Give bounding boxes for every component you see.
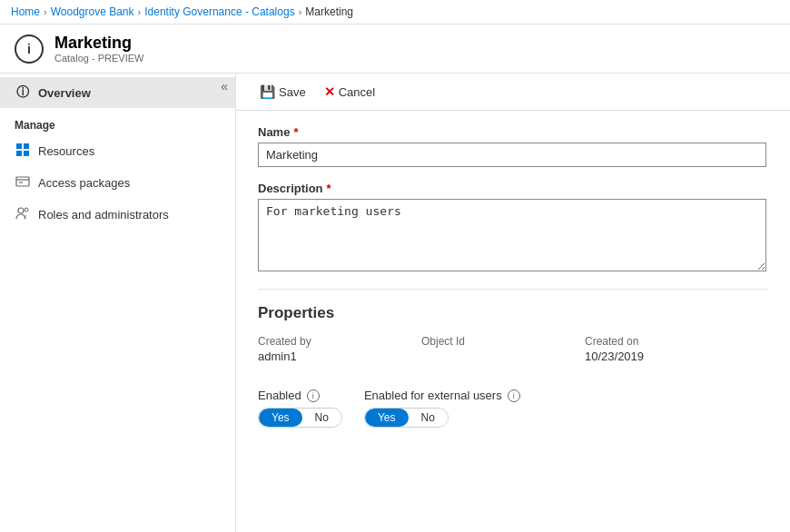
svg-point-7: [18, 208, 24, 213]
cancel-icon: ✕: [324, 84, 335, 99]
sidebar-item-overview[interactable]: ⓘ Overview: [0, 77, 235, 108]
description-required: *: [327, 182, 331, 195]
breadcrumb-sep3: ›: [299, 6, 302, 17]
page-title: Marketing: [54, 34, 143, 53]
content-area: 💾 Save ✕ Cancel Name * Description *: [236, 74, 790, 532]
ext-users-label-row: Enabled for external users i: [364, 389, 520, 402]
ext-users-toggle[interactable]: Yes No: [364, 408, 449, 428]
header-icon: i: [15, 34, 44, 64]
sidebar-item-access-packages[interactable]: Access packages: [0, 167, 235, 199]
enabled-label: Enabled: [258, 389, 301, 402]
breadcrumb-home[interactable]: Home: [11, 5, 40, 18]
roles-icon: [15, 206, 31, 223]
breadcrumb-current: Marketing: [305, 5, 353, 18]
description-group: Description * For marketing users: [258, 182, 768, 274]
enabled-toggle[interactable]: Yes No: [258, 408, 342, 428]
cancel-label: Cancel: [339, 85, 375, 99]
name-group: Name *: [258, 125, 768, 167]
cancel-button[interactable]: ✕ Cancel: [315, 81, 384, 103]
svg-point-8: [25, 208, 28, 212]
enabled-yes-option[interactable]: Yes: [259, 409, 302, 427]
svg-rect-0: [16, 143, 22, 149]
sidebar-manage-label: Manage: [0, 108, 235, 135]
enabled-no-option[interactable]: No: [302, 409, 341, 427]
sidebar: « ⓘ Overview Manage Resources: [0, 74, 236, 532]
sidebar-overview-label: Overview: [38, 86, 91, 100]
sidebar-collapse-button[interactable]: «: [221, 79, 228, 94]
svg-rect-1: [24, 143, 29, 149]
section-divider: [258, 289, 768, 290]
properties-grid: Created by admin1 Object Id Created on 1…: [258, 335, 768, 363]
toggle-row: Enabled i Yes No Enabled for external us…: [258, 381, 768, 428]
toolbar: 💾 Save ✕ Cancel: [236, 74, 790, 111]
ext-yes-option[interactable]: Yes: [365, 409, 409, 427]
created-on-label: Created on 10/23/2019: [585, 335, 748, 363]
save-button[interactable]: 💾 Save: [251, 81, 315, 103]
ext-no-option[interactable]: No: [409, 409, 448, 427]
sidebar-access-packages-label: Access packages: [38, 176, 130, 190]
save-icon: 💾: [260, 84, 275, 99]
access-packages-icon: [15, 174, 31, 192]
ext-users-info-icon[interactable]: i: [508, 389, 520, 402]
breadcrumb: Home › Woodgrove Bank › Identity Governa…: [0, 0, 790, 25]
created-by-label: Created by admin1: [258, 335, 421, 363]
ext-users-label: Enabled for external users: [364, 389, 502, 402]
form-area: Name * Description * For marketing users…: [236, 111, 790, 442]
breadcrumb-bank[interactable]: Woodgrove Bank: [51, 5, 134, 18]
enabled-toggle-group: Enabled i Yes No: [258, 389, 342, 428]
main-layout: « ⓘ Overview Manage Resources: [0, 74, 790, 532]
header-text: Marketing Catalog - PREVIEW: [54, 34, 143, 64]
name-label: Name *: [258, 125, 768, 139]
page-subtitle: Catalog - PREVIEW: [54, 53, 143, 64]
enabled-info-icon[interactable]: i: [307, 389, 320, 402]
save-label: Save: [279, 85, 306, 99]
sidebar-roles-label: Roles and administrators: [38, 208, 169, 222]
breadcrumb-sep1: ›: [44, 6, 47, 17]
sidebar-item-resources[interactable]: Resources: [0, 135, 235, 167]
resources-icon: [15, 143, 31, 160]
breadcrumb-governance[interactable]: Identity Governance - Catalogs: [144, 5, 294, 18]
overview-icon: ⓘ: [15, 84, 31, 101]
properties-title: Properties: [258, 304, 768, 322]
name-input[interactable]: [258, 143, 766, 167]
ext-users-toggle-group: Enabled for external users i Yes No: [364, 389, 520, 428]
enabled-label-row: Enabled i: [258, 389, 342, 402]
svg-rect-3: [24, 151, 29, 156]
sidebar-resources-label: Resources: [38, 144, 94, 158]
description-label: Description *: [258, 182, 768, 195]
breadcrumb-sep2: ›: [138, 6, 142, 17]
sidebar-item-roles[interactable]: Roles and administrators: [0, 199, 235, 231]
page-header: i Marketing Catalog - PREVIEW: [0, 25, 790, 74]
svg-rect-4: [16, 177, 29, 186]
object-id-label: Object Id: [421, 335, 585, 363]
description-input[interactable]: For marketing users: [258, 199, 766, 271]
name-required: *: [293, 125, 298, 139]
svg-rect-2: [16, 151, 22, 156]
